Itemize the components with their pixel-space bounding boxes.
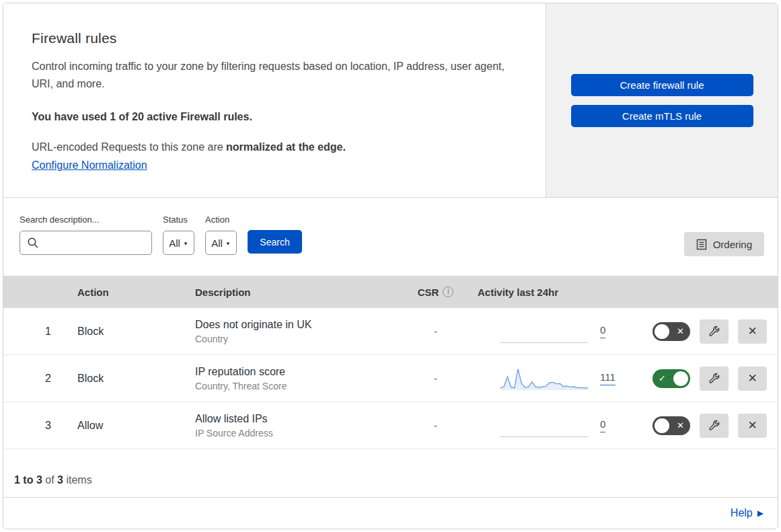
- rule-action: Block: [67, 326, 185, 338]
- ordering-label: Ordering: [713, 239, 752, 250]
- status-selected-value: All: [169, 237, 180, 249]
- rule-description-text: Does not originate in UK: [195, 319, 400, 331]
- search-field-wrap: [20, 231, 152, 255]
- chevron-down-icon: ▼: [225, 241, 231, 247]
- help-link[interactable]: Help ▶: [731, 507, 764, 519]
- wrench-icon: [708, 325, 720, 338]
- delete-rule-button[interactable]: ✕: [738, 414, 767, 438]
- table-row: 2 Block IP reputation score Country, Thr…: [3, 355, 778, 402]
- edit-rule-button[interactable]: [700, 319, 729, 344]
- help-bar: Help ▶: [3, 497, 778, 529]
- rule-action: Block: [67, 373, 185, 385]
- page-description: Control incoming traffic to your zone by…: [32, 58, 505, 93]
- csr-label: CSR: [418, 287, 439, 298]
- range-text: 1 to 3: [14, 474, 42, 486]
- rule-enabled-toggle[interactable]: ✕: [653, 322, 690, 341]
- activity-count-link[interactable]: 111: [600, 371, 616, 385]
- close-icon: ✕: [747, 418, 757, 432]
- x-icon: ✕: [673, 326, 688, 336]
- hero-actions-panel: Create firewall rule Create mTLS rule: [546, 3, 778, 197]
- list-document-icon: [696, 239, 707, 250]
- page-title: Firewall rules: [32, 30, 505, 46]
- rule-controls: ✕ ✕: [629, 414, 778, 438]
- table-row: 3 Allow Allow listed IPs IP Source Addre…: [3, 402, 778, 449]
- activity-count-link[interactable]: 0: [600, 324, 605, 338]
- chevron-down-icon: ▼: [183, 241, 188, 247]
- table-row: 1 Block Does not originate in UK Country…: [3, 308, 778, 355]
- table-header: Action Description CSR i Activity last 2…: [3, 276, 778, 308]
- rule-enabled-toggle[interactable]: ✓: [653, 369, 690, 388]
- activity-sparkline: [500, 320, 588, 343]
- rule-fields: Country, Threat Score: [195, 381, 400, 391]
- items-word: items: [66, 474, 91, 486]
- rule-activity-cell: 0: [471, 414, 629, 437]
- rule-controls: ✓ ✕: [629, 367, 778, 391]
- usage-summary: You have used 1 of 20 active Firewall ru…: [32, 111, 505, 123]
- normalization-prefix: URL-encoded Requests to this zone are: [32, 141, 226, 153]
- status-label: Status: [163, 215, 194, 225]
- activity-count-wrap: 111: [600, 371, 619, 385]
- normalization-bold: normalized at the edge.: [226, 141, 346, 153]
- total-count: 3: [57, 474, 63, 486]
- normalization-note: URL-encoded Requests to this zone are no…: [32, 141, 505, 153]
- close-icon: ✕: [747, 324, 757, 338]
- rule-fields: IP Source Address: [195, 428, 400, 439]
- firewall-rules-card: Firewall rules Control incoming traffic …: [3, 3, 778, 529]
- search-group: Search description...: [20, 215, 152, 255]
- rule-csr-value: -: [400, 420, 471, 431]
- csr-column-header: CSR i: [400, 287, 471, 298]
- x-icon: ✕: [673, 420, 688, 430]
- rule-controls: ✕ ✕: [629, 319, 778, 344]
- configure-normalization-link[interactable]: Configure Normalization: [32, 159, 147, 171]
- create-firewall-rule-button[interactable]: Create firewall rule: [571, 74, 753, 96]
- of-word: of: [45, 474, 54, 486]
- check-icon: ✓: [655, 373, 670, 383]
- firewall-rules-page: Firewall rules Control incoming traffic …: [0, 0, 781, 532]
- action-selected-value: All: [211, 237, 223, 249]
- activity-count-link[interactable]: 0: [600, 418, 605, 432]
- wrench-icon: [708, 419, 720, 432]
- action-filter-group: Action All ▼: [205, 215, 237, 255]
- wrench-icon: [708, 372, 720, 385]
- rule-description-text: IP reputation score: [195, 366, 400, 378]
- action-label: Action: [205, 215, 237, 225]
- search-label: Search description...: [20, 215, 152, 225]
- rule-description-text: Allow listed IPs: [195, 413, 400, 425]
- activity-count-wrap: 0: [600, 324, 619, 338]
- hero-section: Firewall rules Control incoming traffic …: [3, 3, 778, 198]
- pagination-summary: 1 to 3 of 3 items: [3, 449, 778, 497]
- rule-action: Allow: [67, 420, 185, 432]
- description-column-header: Description: [185, 287, 400, 298]
- activity-count-wrap: 0: [600, 418, 619, 432]
- status-select[interactable]: All ▼: [163, 231, 194, 255]
- hero-intro: Firewall rules Control incoming traffic …: [3, 3, 546, 197]
- info-icon[interactable]: i: [443, 287, 453, 297]
- activity-column-header: Activity last 24hr: [471, 287, 629, 298]
- action-select[interactable]: All ▼: [205, 231, 237, 255]
- create-mtls-rule-button[interactable]: Create mTLS rule: [571, 105, 753, 127]
- delete-rule-button[interactable]: ✕: [738, 319, 767, 344]
- delete-rule-button[interactable]: ✕: [738, 367, 767, 391]
- rule-activity-cell: 111: [471, 367, 629, 390]
- activity-sparkline: [500, 367, 588, 390]
- rule-priority: 1: [3, 326, 67, 338]
- rule-description: IP reputation score Country, Threat Scor…: [185, 366, 400, 391]
- edit-rule-button[interactable]: [700, 367, 729, 391]
- action-column-header: Action: [67, 287, 185, 298]
- status-filter-group: Status All ▼: [163, 215, 194, 255]
- search-input[interactable]: [20, 231, 152, 255]
- rule-description: Allow listed IPs IP Source Address: [185, 413, 400, 439]
- arrow-right-icon: ▶: [757, 508, 764, 518]
- rule-priority: 3: [3, 420, 67, 432]
- ordering-button[interactable]: Ordering: [684, 232, 764, 256]
- rule-csr-value: -: [400, 326, 471, 337]
- rule-priority: 2: [3, 373, 67, 385]
- filter-bar: Search description... Status All ▼ Actio…: [3, 198, 778, 276]
- rule-enabled-toggle[interactable]: ✕: [653, 416, 690, 435]
- rule-activity-cell: 0: [471, 320, 629, 343]
- activity-sparkline: [500, 414, 588, 437]
- search-icon: [27, 237, 39, 249]
- help-label: Help: [731, 507, 753, 519]
- edit-rule-button[interactable]: [700, 414, 729, 438]
- search-button[interactable]: Search: [248, 230, 302, 254]
